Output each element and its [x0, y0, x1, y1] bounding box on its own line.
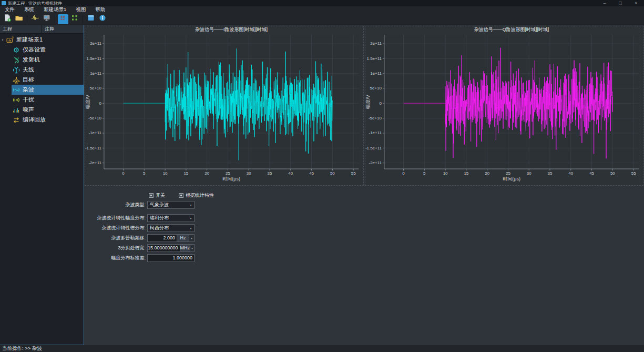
jam-icon: [13, 96, 20, 104]
svg-text:15: 15: [183, 171, 188, 176]
spectrum-distribution-select[interactable]: 柯西分布 ▾: [147, 224, 195, 232]
menu-item-0[interactable]: 文件: [0, 6, 19, 13]
monitor-icon: [43, 14, 51, 24]
menu-bar: 文件系统新建场景1视图帮助: [0, 6, 644, 13]
std-deviation-input[interactable]: 1.000000: [147, 254, 195, 262]
panel-button[interactable]: [86, 14, 96, 24]
svg-text:45: 45: [309, 171, 314, 176]
svg-text:幅度/V: 幅度/V: [85, 95, 90, 108]
device-button[interactable]: [42, 14, 52, 24]
amplitude-distribution-select[interactable]: 瑞利分布 ▾: [147, 214, 195, 222]
new-file-icon: [3, 14, 12, 24]
sidebar-item-jamming[interactable]: 干扰: [0, 95, 84, 105]
grid-dots-button[interactable]: [69, 14, 80, 24]
title-bar: 新建工程 - 雷达信号模拟软件 – □ ×: [0, 0, 644, 6]
sidebar-item-clutter[interactable]: 杂波: [0, 85, 84, 95]
column-header-project[interactable]: 工程: [0, 25, 42, 33]
tree-item-label: 噪声: [23, 106, 34, 114]
open-project-button[interactable]: [14, 14, 24, 24]
svg-text:1e+11: 1e+11: [370, 71, 382, 76]
collapse-caret-icon[interactable]: ▾: [0, 38, 5, 42]
sidebar-item-scene-root[interactable]: ▾新建场景1: [0, 35, 84, 45]
project-tree: ▾新建场景1仪器设置发射机天线目标杂波干扰噪声编译回放: [0, 34, 84, 345]
svg-text:-5e+10: -5e+10: [368, 116, 382, 120]
green-dots-icon: [70, 14, 79, 24]
minimize-button[interactable]: –: [597, 1, 612, 6]
svg-text:5: 5: [143, 171, 146, 176]
menu-item-3[interactable]: 视图: [71, 6, 90, 13]
svg-text:杂波信号——I路波形图[时域][时域]: 杂波信号——I路波形图[时域][时域]: [195, 27, 268, 32]
gear-icon: [13, 46, 20, 54]
bandwidth-unit[interactable]: MHz: [180, 244, 191, 252]
noisebars-icon: [13, 106, 20, 114]
chevron-down-icon[interactable]: ▾: [189, 234, 195, 242]
chevron-down-icon[interactable]: ▾: [190, 244, 195, 252]
doppler-shift-unit[interactable]: Hz: [177, 234, 189, 242]
new-project-button[interactable]: [2, 14, 13, 24]
tree-header: 工程 注释: [0, 25, 84, 34]
bandwidth-label: 3分贝处谱宽:: [84, 245, 147, 252]
spectrum-distribution-label: 杂波统计特性谱分布:: [84, 225, 147, 232]
maximize-button[interactable]: □: [612, 1, 628, 6]
clutter-type-select[interactable]: 气象杂波 ▾: [147, 201, 195, 209]
statistics-checkbox-group: 根据统计特性: [179, 192, 214, 199]
clutter-type-value: 气象杂波: [148, 202, 188, 208]
svg-text:-2e+11: -2e+11: [88, 160, 101, 165]
tree-item-label: 天线: [23, 66, 34, 74]
svg-text:-1e+11: -1e+11: [369, 130, 382, 135]
chart-q-panel[interactable]: 05101520253035404550552e+111.5e+111e+115…: [365, 26, 644, 186]
sidebar-item-transmitter[interactable]: 发射机: [0, 55, 84, 65]
doppler-shift-label: 杂波多普勒频移:: [84, 235, 147, 242]
window-title: 新建工程 - 雷达信号模拟软件: [8, 1, 597, 6]
svg-text:0: 0: [122, 171, 125, 176]
svg-text:1.5e+11: 1.5e+11: [87, 56, 102, 61]
svg-text:-1.5e+11: -1.5e+11: [85, 146, 101, 150]
svg-text:-5e+10: -5e+10: [88, 116, 102, 120]
open-folder-icon: [15, 14, 23, 24]
waveform-button[interactable]: [30, 14, 40, 24]
svg-text:0: 0: [99, 101, 101, 106]
svg-text:40: 40: [288, 171, 293, 176]
svg-text:35: 35: [268, 171, 272, 176]
dashed-lines-icon: [59, 14, 67, 24]
menu-item-1[interactable]: 系统: [19, 6, 39, 13]
bandwidth-input[interactable]: 15.000000000: [147, 244, 180, 252]
status-text: 当前操作: >> 杂波: [2, 345, 42, 352]
checkbox-check-icon: [180, 195, 182, 196]
menu-item-4[interactable]: 帮助: [90, 6, 110, 13]
column-header-comment[interactable]: 注释: [42, 25, 84, 33]
statistics-checkbox[interactable]: [179, 193, 183, 198]
clutter-type-label: 杂波类型:: [84, 202, 147, 208]
svg-text:幅度/V: 幅度/V: [365, 95, 371, 108]
svg-text:30: 30: [247, 171, 251, 176]
svg-text:10: 10: [443, 171, 447, 176]
sidebar-item-instrument-settings[interactable]: 仪器设置: [0, 45, 84, 55]
chart-i-waveform: 05101520253035404550552e+111.5e+111e+115…: [85, 26, 363, 185]
menu-item-2[interactable]: 新建场景1: [39, 6, 71, 13]
tree-item-label: 杂波: [23, 86, 34, 94]
toolbar: [0, 13, 644, 25]
status-bar: 当前操作: >> 杂波: [0, 345, 644, 352]
close-button[interactable]: ×: [628, 1, 644, 6]
sidebar-item-noise[interactable]: 噪声: [0, 105, 84, 115]
sidebar-item-replay[interactable]: 编译回放: [0, 115, 84, 125]
show-plots-button[interactable]: [58, 14, 68, 24]
doppler-shift-input[interactable]: 2.000: [147, 234, 177, 242]
scene-icon: [6, 36, 14, 44]
checkbox-check-icon: [150, 195, 152, 196]
chevron-down-icon: ▾: [188, 203, 194, 207]
svg-text:1.5e+11: 1.5e+11: [366, 56, 382, 61]
svg-text:20: 20: [205, 171, 209, 176]
svg-text:杂波信号——Q路波形图[时域][时域]: 杂波信号——Q路波形图[时域][时域]: [474, 27, 549, 32]
sidebar-item-antenna[interactable]: 天线: [0, 65, 84, 75]
svg-text:时间(μs): 时间(μs): [503, 176, 520, 182]
amplitude-distribution-value: 瑞利分布: [148, 215, 188, 222]
replay-icon: [13, 116, 20, 124]
chart-i-panel[interactable]: 05101520253035404550552e+111.5e+111e+115…: [85, 26, 364, 186]
switch-checkbox[interactable]: [149, 193, 154, 198]
info-button[interactable]: [97, 14, 108, 24]
svg-text:45: 45: [589, 171, 594, 176]
sidebar-item-target[interactable]: 目标: [0, 75, 84, 85]
project-sidebar: 工程 注释 ▾新建场景1仪器设置发射机天线目标杂波干扰噪声编译回放: [0, 25, 84, 345]
tree-item-label: 新建场景1: [16, 36, 43, 44]
